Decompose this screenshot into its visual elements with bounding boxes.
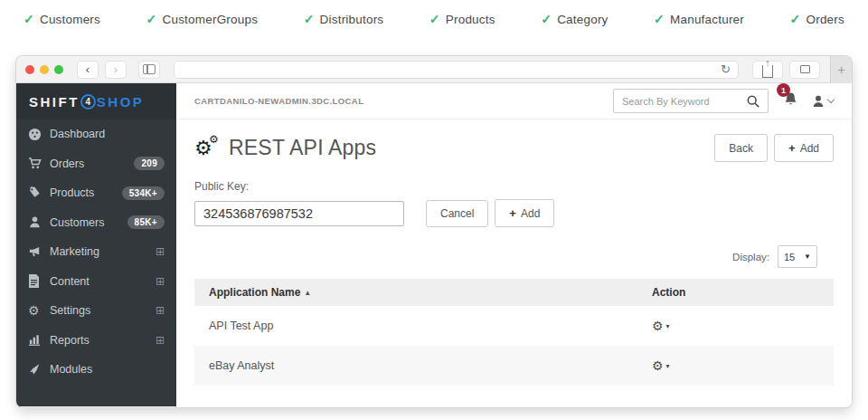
sidebar-item-marketing[interactable]: Marketing ⊞ (16, 237, 176, 267)
sidebar-item-dashboard[interactable]: Dashboard (16, 119, 176, 149)
sidebar-item-reports[interactable]: Reports ⊞ (16, 326, 176, 356)
gear-icon: ⚙ (652, 358, 664, 373)
page-title-row: ⚙ ⚙ REST API Apps Back + Add (176, 119, 852, 173)
sidebar-item-label: Products (50, 186, 94, 199)
customers-count-badge: 85K+ (127, 215, 165, 229)
page-title: REST API Apps (229, 136, 376, 160)
sidebar-item-label: Content (50, 275, 90, 288)
public-key-form: Public Key: Cancel + Add (176, 173, 852, 227)
plus-icon: + (509, 206, 516, 220)
sidebar-item-products[interactable]: Products 534K+ (16, 178, 176, 208)
notifications-button[interactable]: 1 (783, 91, 798, 110)
sidebar-item-label: Dashboard (50, 128, 105, 140)
logo-text-shift: SHIFT (29, 94, 80, 110)
status-label: Orders (806, 13, 844, 26)
sidebar-item-orders[interactable]: Orders 209 (16, 149, 176, 179)
test-status-bar: ✓ Customers ✓ CustomerGroups ✓ Distribut… (0, 0, 868, 38)
status-label: Customers (40, 13, 100, 26)
column-action: Action (652, 286, 819, 299)
admin-topbar: CARTDANILO-NEWADMIN.3DC.LOCAL 1 (176, 83, 852, 119)
table-row: eBay Analyst ⚙ ▾ (194, 346, 834, 386)
display-count-row: Display: 15 ▼ (176, 227, 852, 273)
column-application-name[interactable]: Application Name ▲ (209, 286, 652, 299)
check-icon: ✓ (654, 12, 665, 26)
address-bar[interactable]: ↻ (174, 61, 739, 79)
user-icon (811, 94, 826, 109)
status-label: CustomerGroups (163, 13, 259, 26)
api-apps-table: Application Name ▲ Action API Test App ⚙… (194, 279, 834, 386)
tags-icon (28, 186, 50, 200)
expand-icon[interactable]: ⊞ (156, 304, 165, 317)
app-name-cell: API Test App (209, 320, 652, 332)
display-count-select[interactable]: 15 ▼ (778, 245, 817, 268)
window-controls (25, 65, 63, 74)
person-icon (28, 215, 50, 229)
refresh-icon[interactable]: ↻ (721, 62, 731, 76)
confirm-add-button[interactable]: + Add (495, 199, 554, 227)
sidebar-item-label: Marketing (50, 245, 99, 258)
zoom-window-button[interactable] (54, 65, 63, 74)
sidebar-toggle-icon (143, 64, 156, 74)
add-app-button[interactable]: + Add (774, 134, 834, 162)
row-action-menu-button[interactable]: ⚙ ▾ (652, 319, 819, 333)
row-action-menu-button[interactable]: ⚙ ▾ (652, 358, 819, 373)
expand-icon[interactable]: ⊞ (156, 275, 165, 288)
status-label: Category (557, 13, 608, 26)
logo-text-shop: SHOP (97, 94, 145, 110)
status-label: Products (446, 13, 495, 26)
sidebar-item-modules[interactable]: Modules (16, 355, 176, 385)
expand-icon[interactable]: ⊞ (156, 245, 165, 258)
share-button[interactable] (752, 61, 783, 79)
close-window-button[interactable] (25, 65, 34, 74)
display-label: Display: (732, 252, 769, 262)
back-icon: ‹ (86, 62, 90, 76)
document-icon (28, 274, 50, 288)
public-key-label: Public Key: (194, 180, 834, 193)
back-button-page[interactable]: Back (714, 134, 768, 162)
status-item-customergroups: ✓ CustomerGroups (146, 12, 259, 26)
orders-count-badge: 209 (134, 157, 165, 170)
sidebar-item-label: Reports (50, 334, 90, 347)
check-icon: ✓ (790, 12, 801, 26)
keyword-search[interactable] (613, 89, 769, 113)
show-tabs-button[interactable] (789, 61, 820, 79)
status-item-category: ✓ Category (541, 12, 608, 26)
rest-api-gears-icon: ⚙ ⚙ (194, 135, 222, 162)
shift4shop-logo[interactable]: SHIFT 4 SHOP (16, 83, 176, 119)
cancel-button[interactable]: Cancel (426, 200, 488, 227)
sidebar-item-label: Modules (50, 363, 92, 376)
new-tab-button[interactable]: + (830, 56, 852, 83)
cart-icon (28, 157, 50, 170)
check-icon: ✓ (429, 12, 440, 26)
search-input[interactable] (622, 96, 747, 107)
browser-chrome: ‹ › ↻ + (16, 56, 852, 83)
display-count-value: 15 (784, 252, 795, 262)
main-content: CARTDANILO-NEWADMIN.3DC.LOCAL 1 ⚙ ⚙ (176, 83, 852, 406)
sidebar-item-label: Settings (50, 304, 90, 317)
forward-button[interactable]: › (105, 61, 127, 79)
back-button[interactable]: ‹ (77, 61, 99, 79)
rocket-icon (28, 363, 50, 377)
table-row: API Test App ⚙ ▾ (194, 306, 834, 346)
table-header: Application Name ▲ Action (194, 279, 834, 306)
status-item-orders: ✓ Orders (790, 12, 844, 26)
public-key-input[interactable] (194, 201, 404, 226)
sidebar-item-customers[interactable]: Customers 85K+ (16, 208, 176, 238)
plus-icon: + (837, 62, 844, 77)
bar-chart-icon (28, 333, 50, 347)
check-icon: ✓ (146, 12, 157, 26)
sidebar-item-label: Orders (50, 158, 84, 170)
expand-icon[interactable]: ⊞ (156, 334, 165, 347)
logo-4-icon: 4 (80, 94, 96, 110)
sort-asc-icon: ▲ (304, 289, 311, 297)
search-icon[interactable] (747, 95, 760, 108)
gears-icon: ⚙ (28, 303, 50, 318)
caret-down-icon: ▾ (666, 362, 670, 370)
caret-down-icon: ▼ (804, 253, 811, 261)
sidebar-item-content[interactable]: Content ⊞ (16, 267, 176, 297)
gear-icon: ⚙ (652, 319, 664, 333)
sidebar-toggle-button[interactable] (138, 61, 160, 79)
minimize-window-button[interactable] (40, 65, 49, 74)
user-menu-button[interactable] (811, 94, 834, 109)
sidebar-item-settings[interactable]: ⚙ Settings ⊞ (16, 296, 176, 326)
